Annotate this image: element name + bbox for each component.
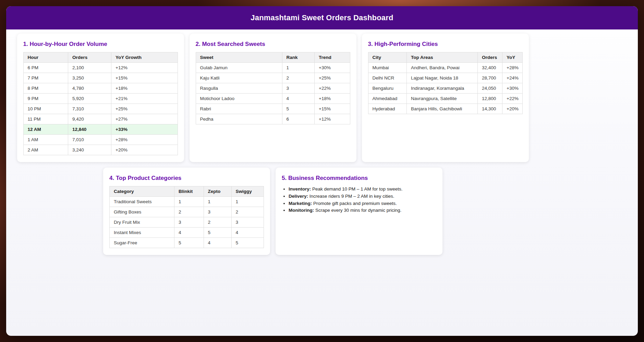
recommendation-label: Marketing: <box>289 201 312 206</box>
table-cell: 9,420 <box>68 114 111 124</box>
product-categories-table: CategoryBlinkitZeptoSwiggyTraditional Sw… <box>109 186 264 248</box>
card-top-product-categories: 4. Top Product Categories CategoryBlinki… <box>103 168 270 255</box>
cards-grid: 1. Hour-by-Hour Order Volume HourOrdersY… <box>14 29 532 255</box>
table-row: 8 PM4,780+18% <box>23 83 178 94</box>
table-cell: 4,780 <box>68 83 111 94</box>
table-cell: Gulab Jamun <box>196 63 282 73</box>
table-row: 2 AM3,240+20% <box>23 145 178 155</box>
dashboard-title: Janmashtami Sweet Orders Dashboard <box>251 13 393 22</box>
table-cell: 8 PM <box>23 83 68 94</box>
table-cell: 4 <box>174 228 204 238</box>
table-cell: 4 <box>204 238 231 248</box>
table-cell: 5 <box>231 238 264 248</box>
table-row: 11 PM9,420+27% <box>23 114 178 124</box>
table-cell: 2 <box>231 207 264 217</box>
table-cell: 3 <box>204 207 231 217</box>
column-header: Top Areas <box>407 52 478 63</box>
table-cell: Gifting Boxes <box>110 207 174 217</box>
table-cell: 2 <box>282 73 315 83</box>
table-cell: 3 <box>282 83 315 94</box>
card-title: 5. Business Recommendations <box>282 175 436 182</box>
hourly-orders-table: HourOrdersYoY Growth6 PM2,100+12%7 PM3,2… <box>23 52 178 155</box>
table-header-row: HourOrdersYoY Growth <box>23 52 178 63</box>
table-cell: 14,300 <box>478 104 502 114</box>
table-cell: Traditional Sweets <box>110 197 174 207</box>
table-cell: +27% <box>111 114 178 124</box>
table-cell: Indiranagar, Koramangala <box>407 83 478 94</box>
table-cell: Kaju Katli <box>196 73 282 83</box>
table-cell: 1 <box>231 197 264 207</box>
column-header: Category <box>110 186 174 197</box>
cities-table: CityTop AreasOrdersYoYMumbaiAndheri, Ban… <box>368 52 523 114</box>
recommendations-list: Inventory: Peak demand 10 PM – 1 AM for … <box>282 186 436 213</box>
recommendation-label: Inventory: <box>289 186 311 192</box>
table-row: 9 PM5,920+21% <box>23 94 178 104</box>
table-cell: 28,700 <box>478 73 502 83</box>
table-row: Pedha6+12% <box>196 114 350 124</box>
table-cell: +24% <box>502 73 523 83</box>
table-row: Instant Mixes454 <box>110 228 264 238</box>
table-header-row: CityTop AreasOrdersYoY <box>368 52 522 63</box>
table-cell: 6 <box>282 114 315 124</box>
table-cell: 9 PM <box>23 94 68 104</box>
table-cell: 32,400 <box>478 63 502 73</box>
card-hourly-order-volume: 1. Hour-by-Hour Order Volume HourOrdersY… <box>17 34 184 162</box>
recommendation-text: Peak demand 10 PM – 1 AM for top sweets. <box>311 186 402 192</box>
table-cell: +30% <box>502 83 523 94</box>
recommendation-item: Marketing: Promote gift packs and premiu… <box>289 200 436 207</box>
card-business-recommendations: 5. Business Recommendations Inventory: P… <box>276 168 442 255</box>
table-row: Rasgulla3+22% <box>196 83 350 94</box>
table-cell: 1 AM <box>23 135 68 145</box>
card-title: 4. Top Product Categories <box>109 175 264 182</box>
column-header: Blinkit <box>174 186 204 197</box>
table-row: Dry Fruit Mix323 <box>110 217 264 228</box>
table-row: 12 AM12,840+33% <box>23 124 178 135</box>
table-cell: 5,920 <box>68 94 111 104</box>
table-cell: Bengaluru <box>368 83 407 94</box>
table-cell: +18% <box>111 83 178 94</box>
recommendation-text: Increase riders 9 PM – 2 AM in key citie… <box>308 194 394 199</box>
column-header: City <box>368 52 407 63</box>
table-cell: Hyderabad <box>368 104 407 114</box>
card-title: 3. High-Performing Cities <box>368 41 523 48</box>
table-cell: Delhi NCR <box>368 73 407 83</box>
column-header: Orders <box>478 52 502 63</box>
table-cell: 3,250 <box>68 73 111 83</box>
table-cell: +28% <box>502 63 523 73</box>
recommendation-item: Inventory: Peak demand 10 PM – 1 AM for … <box>289 186 436 192</box>
table-cell: +12% <box>111 63 178 73</box>
table-cell: +25% <box>111 104 178 114</box>
recommendation-label: Monitoring: <box>289 208 314 213</box>
table-row: AhmedabadNavrangpura, Satellite12,800+22… <box>368 94 522 104</box>
table-cell: +22% <box>502 94 523 104</box>
table-row: Sugar-Free545 <box>110 238 264 248</box>
table-cell: +18% <box>315 94 350 104</box>
table-cell: 6 PM <box>23 63 68 73</box>
dashboard-header: Janmashtami Sweet Orders Dashboard <box>6 6 638 29</box>
table-header-row: SweetRankTrend <box>196 52 350 63</box>
table-row: Traditional Sweets111 <box>110 197 264 207</box>
column-header: Zepto <box>204 186 231 197</box>
table-cell: 7 PM <box>23 73 68 83</box>
table-row: Gifting Boxes232 <box>110 207 264 217</box>
column-header: Swiggy <box>231 186 264 197</box>
table-cell: 1 <box>282 63 315 73</box>
table-cell: +28% <box>111 135 178 145</box>
table-cell: Motichoor Ladoo <box>196 94 282 104</box>
table-row: Delhi NCRLajpat Nagar, Noida 1828,700+24… <box>368 73 522 83</box>
table-cell: 2 <box>174 207 204 217</box>
table-row: 1 AM7,010+28% <box>23 135 178 145</box>
table-cell: Dry Fruit Mix <box>110 217 174 228</box>
table-row: 6 PM2,100+12% <box>23 63 178 73</box>
recommendation-item: Monitoring: Scrape every 30 mins for dyn… <box>289 207 436 213</box>
column-header: Trend <box>315 52 350 63</box>
table-cell: Mumbai <box>368 63 407 73</box>
table-cell: 5 <box>204 228 231 238</box>
table-row: MumbaiAndheri, Bandra, Powai32,400+28% <box>368 63 522 73</box>
table-cell: Andheri, Bandra, Powai <box>407 63 478 73</box>
table-cell: Sugar-Free <box>110 238 174 248</box>
table-cell: 12 AM <box>23 124 68 135</box>
table-cell: Instant Mixes <box>110 228 174 238</box>
table-cell: Ahmedabad <box>368 94 407 104</box>
searched-sweets-table: SweetRankTrendGulab Jamun1+30%Kaju Katli… <box>196 52 350 124</box>
